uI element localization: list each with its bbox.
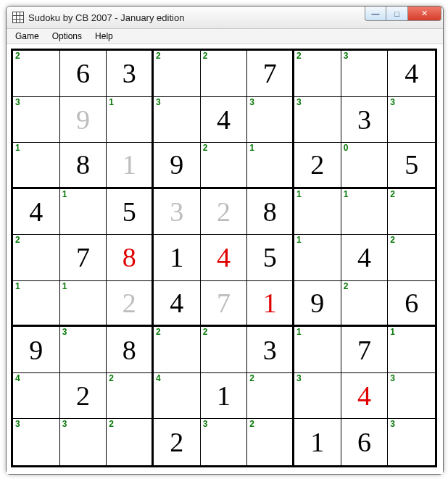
cell-r4-c1[interactable]: 4: [13, 189, 60, 236]
cell-r6-c8[interactable]: 2: [341, 281, 389, 328]
cell-hint: 3: [296, 98, 302, 107]
cell-value: 1: [217, 380, 231, 412]
cell-value: 3: [357, 104, 371, 136]
cell-r7-c6[interactable]: 3: [247, 327, 294, 373]
cell-r2-c3[interactable]: 1: [107, 97, 154, 143]
cell-r6-c5[interactable]: 7: [201, 281, 248, 328]
menu-options[interactable]: Options: [46, 30, 88, 42]
cell-r4-c8[interactable]: 1: [341, 189, 389, 236]
cell-value: 4: [170, 287, 183, 319]
cell-r9-c5[interactable]: 3: [201, 419, 248, 465]
cell-r1-c1[interactable]: 2: [13, 51, 60, 97]
cell-r8-c3[interactable]: 2: [107, 373, 154, 420]
cell-r9-c8[interactable]: 6: [341, 419, 389, 465]
cell-r3-c4[interactable]: 9: [154, 143, 201, 189]
cell-r6-c2[interactable]: 1: [60, 281, 107, 328]
cell-r2-c5[interactable]: 4: [201, 97, 248, 143]
cell-r2-c2[interactable]: 9: [60, 97, 107, 143]
cell-r3-c1[interactable]: 1: [13, 143, 60, 189]
cell-r5-c5[interactable]: 4: [201, 235, 248, 281]
cell-r9-c2[interactable]: 3: [60, 419, 107, 465]
cell-r3-c3[interactable]: 1: [107, 143, 154, 189]
cell-r3-c9[interactable]: 5: [388, 143, 435, 189]
cell-r2-c6[interactable]: 3: [247, 97, 294, 143]
cell-r4-c3[interactable]: 5: [107, 189, 154, 236]
cell-r5-c3[interactable]: 8: [107, 235, 154, 281]
app-icon: [12, 12, 24, 23]
cell-r2-c4[interactable]: 3: [154, 97, 201, 143]
cell-r7-c9[interactable]: 1: [388, 327, 435, 373]
cell-r5-c7[interactable]: 1: [294, 235, 341, 281]
cell-r8-c6[interactable]: 2: [247, 373, 294, 420]
cell-r6-c7[interactable]: 9: [294, 281, 341, 328]
cell-r1-c8[interactable]: 3: [341, 51, 389, 97]
cell-r2-c8[interactable]: 3: [341, 97, 389, 143]
close-button[interactable]: ✕: [408, 7, 441, 21]
cell-r9-c3[interactable]: 2: [107, 419, 154, 465]
cell-r4-c6[interactable]: 8: [247, 189, 294, 236]
cell-r6-c3[interactable]: 2: [107, 281, 154, 328]
cell-r8-c8[interactable]: 4: [341, 373, 389, 420]
cell-value: 5: [263, 241, 277, 273]
cell-r4-c7[interactable]: 1: [294, 189, 341, 236]
cell-r1-c5[interactable]: 2: [201, 51, 248, 97]
cell-r7-c8[interactable]: 7: [341, 327, 389, 373]
cell-r7-c2[interactable]: 3: [60, 327, 107, 373]
cell-r1-c2[interactable]: 6: [60, 51, 107, 97]
cell-r7-c1[interactable]: 9: [13, 327, 60, 373]
cell-r1-c4[interactable]: 2: [154, 51, 201, 97]
cell-r6-c4[interactable]: 4: [154, 281, 201, 328]
cell-r4-c9[interactable]: 2: [388, 189, 435, 236]
cell-r3-c8[interactable]: 0: [341, 143, 389, 189]
cell-r1-c7[interactable]: 2: [294, 51, 341, 97]
cell-value: 2: [170, 426, 183, 458]
cell-r4-c2[interactable]: 1: [60, 189, 107, 236]
cell-r9-c7[interactable]: 1: [294, 419, 341, 465]
titlebar[interactable]: Sudoku by CB 2007 - January edition — □ …: [7, 7, 443, 29]
cell-r2-c7[interactable]: 3: [294, 97, 341, 143]
menu-game[interactable]: Game: [9, 30, 45, 42]
cell-r7-c3[interactable]: 8: [107, 327, 154, 373]
cell-r8-c9[interactable]: 3: [388, 373, 435, 420]
cell-r8-c1[interactable]: 4: [13, 373, 60, 420]
cell-r3-c7[interactable]: 2: [294, 143, 341, 189]
cell-r7-c5[interactable]: 2: [201, 327, 248, 373]
cell-r4-c4[interactable]: 3: [154, 189, 201, 236]
cell-r8-c2[interactable]: 2: [60, 373, 107, 420]
cell-r3-c5[interactable]: 2: [201, 143, 248, 189]
cell-r2-c9[interactable]: 3: [388, 97, 435, 143]
cell-r4-c5[interactable]: 2: [201, 189, 248, 236]
cell-r7-c7[interactable]: 1: [294, 327, 341, 373]
cell-r5-c9[interactable]: 2: [388, 235, 435, 281]
cell-r8-c4[interactable]: 4: [154, 373, 201, 420]
menu-help[interactable]: Help: [89, 30, 119, 42]
maximize-button[interactable]: □: [386, 7, 408, 21]
cell-r9-c6[interactable]: 2: [247, 419, 294, 465]
cell-r8-c7[interactable]: 3: [294, 373, 341, 420]
cell-r2-c1[interactable]: 3: [13, 97, 60, 143]
cell-r9-c9[interactable]: 3: [388, 419, 435, 465]
cell-r6-c6[interactable]: 1: [247, 281, 294, 328]
cell-hint: 2: [15, 236, 20, 244]
cell-r3-c6[interactable]: 1: [247, 143, 294, 189]
cell-hint: 3: [344, 51, 349, 60]
cell-r1-c3[interactable]: 3: [107, 51, 154, 97]
cell-r8-c5[interactable]: 1: [201, 373, 248, 420]
cell-r5-c6[interactable]: 5: [247, 235, 294, 281]
cell-r5-c4[interactable]: 1: [154, 235, 201, 281]
cell-r5-c8[interactable]: 4: [341, 235, 389, 281]
cell-hint: 1: [344, 190, 349, 199]
cell-r1-c9[interactable]: 4: [388, 51, 435, 97]
cell-r5-c2[interactable]: 7: [60, 235, 107, 281]
minimize-button[interactable]: —: [365, 7, 386, 21]
cell-r9-c1[interactable]: 3: [13, 419, 60, 465]
cell-r6-c9[interactable]: 6: [388, 281, 435, 328]
cell-r7-c4[interactable]: 2: [154, 327, 201, 373]
sudoku-grid: 2632272343913433331819212054153281122781…: [11, 49, 437, 467]
cell-r9-c4[interactable]: 2: [154, 419, 201, 465]
cell-value: 4: [357, 241, 371, 273]
cell-r5-c1[interactable]: 2: [13, 235, 60, 281]
cell-r1-c6[interactable]: 7: [247, 51, 294, 97]
cell-r3-c2[interactable]: 8: [60, 143, 107, 189]
cell-r6-c1[interactable]: 1: [13, 281, 60, 328]
